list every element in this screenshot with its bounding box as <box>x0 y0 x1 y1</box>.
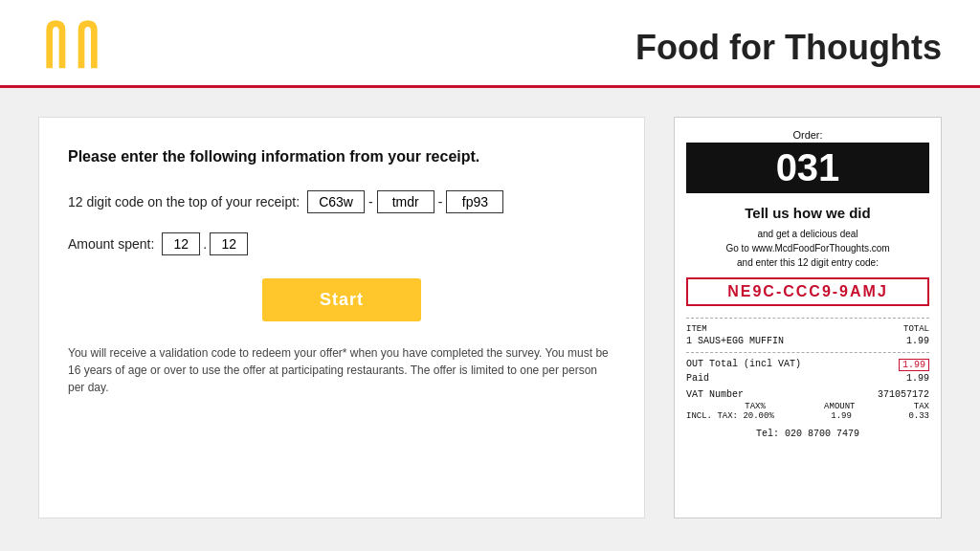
logo-container <box>38 17 105 78</box>
disclaimer-text: You will receive a validation code to re… <box>68 344 615 396</box>
amount-dot: . <box>203 236 207 252</box>
receipt-vat-section: VAT Number 371057172 TAX% AMOUNT TAX INC… <box>686 389 929 421</box>
form-title: Please enter the following information f… <box>68 146 615 167</box>
receipt-subtext-3: and enter this 12 digit entry code: <box>737 257 879 268</box>
receipt-total-label: OUT Total (incl VAT) <box>686 359 899 371</box>
mcdonalds-logo-icon <box>38 17 105 75</box>
receipt-total-row: OUT Total (incl VAT) 1.99 <box>686 359 929 371</box>
receipt-tel-number: 020 8700 7479 <box>785 429 859 439</box>
receipt-paid-label: Paid <box>686 373 906 384</box>
amount-row: Amount spent: . <box>68 232 615 255</box>
code-input-3[interactable] <box>446 190 503 213</box>
header: Food for Thoughts <box>0 0 980 88</box>
page-title: Food for Thoughts <box>635 28 942 68</box>
receipt-vat-number-label: VAT Number <box>686 389 744 400</box>
receipt-subtext: and get a delicious deal Go to www.McdFo… <box>686 227 929 270</box>
receipt-paid-row: Paid 1.99 <box>686 373 929 384</box>
receipt-item-row: 1 SAUS+EGG MUFFIN 1.99 <box>686 336 929 346</box>
receipt-divider-1 <box>686 318 929 319</box>
amount-decimal-input[interactable] <box>210 232 248 255</box>
receipt-vat-number-row: VAT Number 371057172 <box>686 389 929 400</box>
amount-label: Amount spent: <box>68 236 154 252</box>
receipt-entry-code: NE9C-CCC9-9AMJ <box>686 277 929 306</box>
receipt-divider-2 <box>686 352 929 353</box>
receipt-tel-label: Tel: <box>756 429 779 439</box>
receipt-paid-value: 1.99 <box>906 373 929 384</box>
code-separator-1: - <box>368 194 373 209</box>
code-row: 12 digit code on the top of your receipt… <box>68 190 615 213</box>
vat-row-label: INCL. TAX: 20.00% <box>686 411 774 421</box>
receipt-order-number: 031 <box>686 143 929 193</box>
receipt-item-name: SAUS+EGG MUFFIN <box>698 336 784 346</box>
vat-col2: TAX% <box>745 402 766 411</box>
receipt-subtext-1: and get a delicious deal <box>757 229 858 239</box>
vat-tax: 0.33 <box>908 411 929 421</box>
receipt-order-label: Order: <box>686 129 929 141</box>
amount-inputs: . <box>162 232 248 255</box>
receipt-vat-data-row: INCL. TAX: 20.00% 1.99 0.33 <box>686 411 929 421</box>
col-total-header: TOTAL <box>903 324 929 334</box>
receipt-item-qty-name: 1 SAUS+EGG MUFFIN <box>686 336 906 346</box>
vat-col3: AMOUNT <box>824 402 855 411</box>
col-item-header: ITEM <box>686 324 707 334</box>
receipt-tel: Tel: 020 8700 7479 <box>686 429 929 439</box>
code-input-2[interactable] <box>377 190 434 213</box>
receipt-section: Order: 031 Tell us how we did and get a … <box>674 117 942 518</box>
receipt-vat-number: 371057172 <box>878 389 929 400</box>
receipt-total-value: 1.99 <box>899 359 929 371</box>
vat-amount: 1.99 <box>831 411 852 421</box>
form-section: Please enter the following information f… <box>38 117 645 518</box>
main-content: Please enter the following information f… <box>0 88 980 547</box>
receipt-tagline: Tell us how we did <box>686 203 929 223</box>
code-label: 12 digit code on the top of your receipt… <box>68 194 300 209</box>
receipt-col-headers: ITEM TOTAL <box>686 324 929 334</box>
receipt-total-section: OUT Total (incl VAT) 1.99 Paid 1.99 <box>686 359 929 384</box>
vat-col4: TAX <box>914 402 929 411</box>
receipt-vat-header: TAX% AMOUNT TAX <box>686 402 929 411</box>
receipt-item-qty: 1 <box>686 336 692 346</box>
amount-whole-input[interactable] <box>162 232 200 255</box>
code-input-1[interactable] <box>307 190 365 213</box>
start-button[interactable]: Start <box>262 278 421 321</box>
code-separator-2: - <box>438 194 443 209</box>
receipt-subtext-2: Go to www.McdFoodForThoughts.com <box>725 243 889 253</box>
receipt-item-price: 1.99 <box>906 336 929 346</box>
